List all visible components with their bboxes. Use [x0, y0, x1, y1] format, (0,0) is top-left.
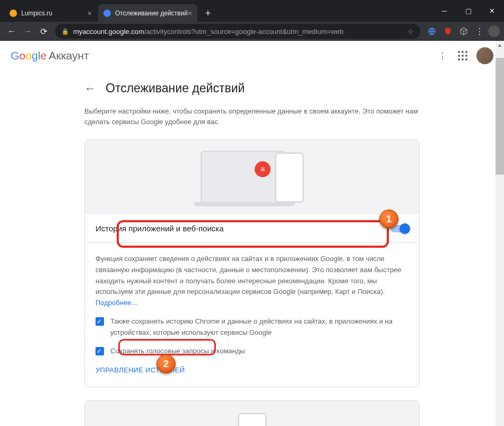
profile-avatar[interactable] [476, 47, 493, 64]
forward-button[interactable]: → [20, 24, 35, 39]
checkbox-label: Сохранять голосовые запросы и команды [110, 346, 245, 357]
maximize-button[interactable]: ▢ [456, 3, 480, 19]
voice-checkbox[interactable] [95, 347, 104, 355]
back-arrow-icon[interactable]: ← [84, 82, 96, 95]
document-icon: ≡ [255, 161, 271, 177]
menu-button[interactable]: ⋮ [472, 24, 487, 39]
card-body-text: Функция сохраняет сведения о действиях н… [95, 255, 401, 295]
url-text: myaccount.google.com/activitycontrols?ut… [73, 28, 403, 36]
annotation-marker-1: 1 [379, 210, 398, 229]
page-title: Отслеживание действий [106, 81, 245, 95]
toggle-label: История приложений и веб-поиска [95, 224, 224, 233]
profile-avatar-small[interactable] [488, 25, 500, 37]
bookmark-icon[interactable]: ☆ [407, 28, 414, 36]
svg-point-1 [458, 51, 460, 53]
tab-activity[interactable]: Отслеживание действий × [98, 4, 197, 22]
tab-title: Lumpics.ru [21, 10, 53, 17]
svg-point-9 [465, 58, 467, 60]
location-card [84, 400, 420, 426]
tab-lumpics[interactable]: Lumpics.ru × [4, 4, 97, 22]
lock-icon: 🔒 [62, 28, 69, 35]
address-bar[interactable]: 🔒 myaccount.google.com/activitycontrols?… [55, 24, 420, 39]
extension-cube-icon[interactable] [456, 24, 471, 39]
svg-point-5 [462, 55, 464, 57]
new-tab-button[interactable]: + [201, 6, 215, 21]
extension-globe-icon[interactable] [424, 24, 439, 39]
card-illustration: ≡ [85, 140, 419, 214]
svg-point-6 [465, 55, 467, 57]
card-illustration [85, 401, 419, 426]
google-logo[interactable]: Google Аккаунт [11, 49, 89, 62]
more-options-icon[interactable]: ⋮ [436, 49, 449, 62]
apps-grid-icon[interactable] [456, 49, 469, 62]
svg-point-3 [465, 51, 467, 53]
svg-point-4 [458, 55, 460, 57]
tab-title: Отслеживание действий [115, 10, 188, 17]
extension-shield-icon[interactable] [440, 24, 455, 39]
minimize-button[interactable]: ─ [432, 3, 456, 19]
product-name: Аккаунт [49, 49, 89, 62]
reload-button[interactable]: ⟳ [36, 24, 51, 39]
close-icon[interactable]: × [188, 9, 192, 18]
svg-point-2 [462, 51, 464, 53]
close-button[interactable]: ✕ [480, 3, 504, 19]
svg-point-7 [458, 58, 460, 60]
vertical-scrollbar[interactable]: ▲ [496, 41, 504, 426]
annotation-marker-2: 2 [157, 354, 176, 373]
checkbox-label: Также сохранять историю Chrome и данные … [110, 316, 409, 338]
page-description: Выберите настройки ниже, чтобы сохранять… [84, 106, 420, 127]
svg-point-8 [462, 58, 464, 60]
scroll-up-arrow[interactable]: ▲ [496, 41, 504, 49]
lumpics-favicon [10, 10, 17, 17]
scrollbar-thumb[interactable] [496, 58, 504, 175]
back-button[interactable]: ← [4, 24, 19, 39]
google-favicon [103, 10, 111, 17]
web-activity-card: ≡ История приложений и веб-поиска Функци… [84, 140, 420, 387]
learn-more-link[interactable]: Подробнее… [95, 299, 138, 307]
close-icon[interactable]: × [88, 9, 92, 18]
chrome-history-checkbox[interactable] [95, 317, 104, 326]
